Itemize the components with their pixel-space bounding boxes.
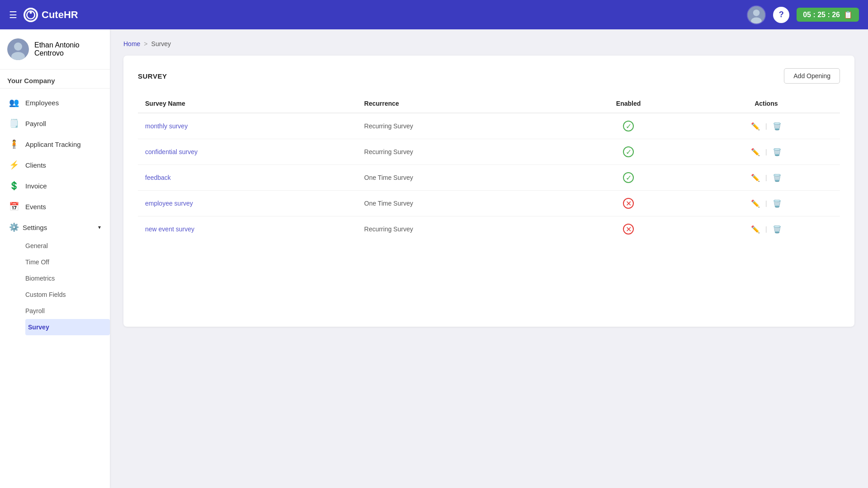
edit-icon[interactable]: ✏️ [751,199,760,208]
main-content: Home > Survey SURVEY Add Opening Survey … [110,29,868,488]
sidebar-item-label: Employees [25,99,59,107]
payroll-icon: 🗒️ [9,118,19,128]
timer-display: 05 : 25 : 26 📋 [797,8,859,22]
help-button[interactable]: ? [773,7,789,23]
sidebar-item-applicant-tracking[interactable]: 🧍 Applicant Tracking [0,134,110,155]
sidebar-item-label: Clients [25,161,46,169]
cell-recurrence: One Time Survey [357,191,565,216]
sidebar-sub-item-biometrics[interactable]: Biometrics [25,270,110,286]
actions-container: ✏️ | 🗑️ [700,225,833,234]
edit-icon[interactable]: ✏️ [751,174,760,182]
settings-chevron: ▾ [98,224,101,230]
sidebar-item-label: Invoice [25,182,47,190]
sidebar-sub-item-general[interactable]: General [25,238,110,254]
edit-icon[interactable]: ✏️ [751,148,760,156]
sidebar-sub-item-time-off[interactable]: Time Off [25,254,110,270]
table-row: confidential survey Recurring Survey ✓ ✏… [138,139,840,165]
settings-label: Settings [23,224,47,231]
cell-actions: ✏️ | 🗑️ [693,113,840,139]
cell-enabled: ✕ [565,191,693,216]
table-body: monthly survey Recurring Survey ✓ ✏️ | 🗑… [138,113,840,242]
table-row: new event survey Recurring Survey ✕ ✏️ |… [138,216,840,242]
menu-icon[interactable]: ☰ [9,9,17,20]
sidebar-username: Ethan Antonio Centrovo [34,41,80,57]
cell-recurrence: Recurring Survey [357,216,565,242]
cell-enabled: ✓ [565,139,693,165]
top-navigation: ☰ CuteHR ? 05 : 25 : 26 📋 [0,0,868,29]
sidebar-sub-item-survey[interactable]: Survey [25,319,110,335]
user-avatar[interactable] [747,5,766,24]
cell-survey-name: confidential survey [138,139,357,165]
delete-icon[interactable]: 🗑️ [773,148,782,156]
col-actions: Actions [693,94,840,113]
svg-point-7 [14,42,22,51]
main-layout: Ethan Antonio Centrovo Your Company 👥 Em… [0,29,868,488]
enabled-cross-icon: ✕ [623,224,634,235]
cell-actions: ✏️ | 🗑️ [693,139,840,165]
enabled-check-icon: ✓ [623,121,634,131]
sidebar-sub-item-custom-fields[interactable]: Custom Fields [25,286,110,303]
delete-icon[interactable]: 🗑️ [773,199,782,208]
cell-actions: ✏️ | 🗑️ [693,216,840,242]
delete-icon[interactable]: 🗑️ [773,225,782,234]
sidebar-item-payroll[interactable]: 🗒️ Payroll [0,113,110,134]
topnav-left: ☰ CuteHR [9,8,747,22]
sidebar-item-events[interactable]: 📅 Events [0,196,110,217]
cell-recurrence: Recurring Survey [357,139,565,165]
sidebar-item-label: Events [25,203,46,211]
timer-value: 05 : 25 : 26 [803,11,840,19]
actions-separator: | [765,200,767,207]
cell-survey-name: employee survey [138,191,357,216]
actions-container: ✏️ | 🗑️ [700,199,833,208]
cell-enabled: ✓ [565,113,693,139]
survey-name-link[interactable]: feedback [145,174,171,181]
events-icon: 📅 [9,202,19,211]
survey-name-link[interactable]: employee survey [145,200,193,207]
actions-container: ✏️ | 🗑️ [700,148,833,156]
invoice-icon: 💲 [9,181,19,191]
sidebar-sub-item-payroll[interactable]: Payroll [25,303,110,319]
sidebar-item-employees[interactable]: 👥 Employees [0,92,110,113]
breadcrumb: Home > Survey [123,40,854,47]
enabled-check-icon: ✓ [623,172,634,183]
actions-separator: | [765,225,767,233]
app-logo: CuteHR [24,8,78,22]
sidebar-item-clients[interactable]: ⚡ Clients [0,155,110,175]
edit-icon[interactable]: ✏️ [751,122,760,131]
table-row: monthly survey Recurring Survey ✓ ✏️ | 🗑… [138,113,840,139]
sidebar-avatar [7,38,29,60]
survey-table: Survey Name Recurrence Enabled Actions m… [138,94,840,242]
table-row: feedback One Time Survey ✓ ✏️ | 🗑️ [138,165,840,191]
content-card: SURVEY Add Opening Survey Name Recurrenc… [123,56,854,327]
timer-icon: 📋 [844,10,853,19]
survey-name-link[interactable]: new event survey [145,225,194,233]
breadcrumb-separator: > [144,40,147,47]
cell-survey-name: feedback [138,165,357,191]
sidebar-item-invoice[interactable]: 💲 Invoice [0,175,110,196]
enabled-cross-icon: ✕ [623,198,634,209]
add-opening-button[interactable]: Add Opening [784,68,840,84]
survey-name-link[interactable]: confidential survey [145,148,198,155]
cell-survey-name: monthly survey [138,113,357,139]
delete-icon[interactable]: 🗑️ [773,122,782,131]
card-header: SURVEY Add Opening [138,68,840,84]
sidebar-user: Ethan Antonio Centrovo [0,29,110,70]
app-name: CuteHR [42,9,78,21]
survey-name-link[interactable]: monthly survey [145,122,188,130]
page-title: SURVEY [138,72,167,80]
col-enabled: Enabled [565,94,693,113]
sidebar-nav: 👥 Employees 🗒️ Payroll 🧍 Applicant Track… [0,89,110,339]
edit-icon[interactable]: ✏️ [751,225,760,234]
applicant-tracking-icon: 🧍 [9,139,19,149]
table-header: Survey Name Recurrence Enabled Actions [138,94,840,113]
svg-point-2 [29,11,32,14]
delete-icon[interactable]: 🗑️ [773,174,782,182]
cell-enabled: ✓ [565,165,693,191]
table-row: employee survey One Time Survey ✕ ✏️ | 🗑… [138,191,840,216]
actions-container: ✏️ | 🗑️ [700,174,833,182]
topnav-right: ? 05 : 25 : 26 📋 [747,5,859,24]
sidebar-item-settings[interactable]: ⚙️ Settings ▾ [0,217,110,238]
cell-recurrence: One Time Survey [357,165,565,191]
sidebar-item-label: Payroll [25,120,46,127]
breadcrumb-home[interactable]: Home [123,40,140,47]
